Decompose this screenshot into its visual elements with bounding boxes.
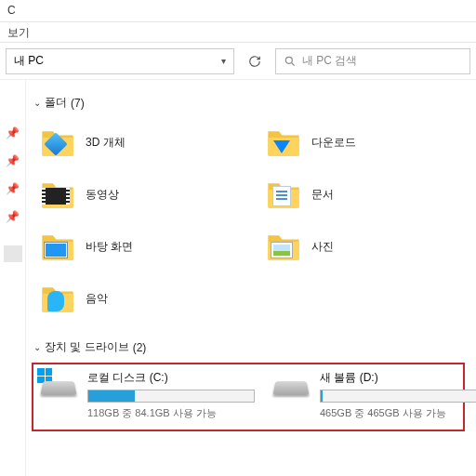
svg-line-1 xyxy=(292,62,295,65)
folder-label: 문서 xyxy=(311,187,334,203)
folder-label: 동영상 xyxy=(86,187,119,203)
address-location: 내 PC xyxy=(14,53,44,69)
chevron-down-icon: ⌄ xyxy=(33,342,41,352)
search-input[interactable]: 내 PC 검색 xyxy=(275,48,470,74)
toolbar: 내 PC ▾ 내 PC 검색 xyxy=(0,43,476,80)
group-label: 장치 및 드라이브 xyxy=(45,339,129,355)
folder-item[interactable]: 음악 xyxy=(32,276,239,321)
pin-icon[interactable]: 📌 xyxy=(6,154,20,167)
drive-item[interactable]: 로컬 디스크 (C:)118GB 중 84.1GB 사용 가능 xyxy=(39,370,255,420)
folder-item[interactable]: 다운로드 xyxy=(258,120,465,165)
chevron-down-icon[interactable]: ▾ xyxy=(221,56,226,66)
drive-name: 로컬 디스크 (C:) xyxy=(87,370,255,386)
usage-bar xyxy=(87,390,255,403)
folder-icon xyxy=(39,280,76,317)
group-header-devices[interactable]: ⌄ 장치 및 드라이브 (2) xyxy=(32,339,465,355)
usage-bar xyxy=(320,390,476,403)
drive-item[interactable]: 새 볼륨 (D:)465GB 중 465GB 사용 가능 xyxy=(271,370,476,420)
folder-label: 음악 xyxy=(86,291,108,307)
svg-point-0 xyxy=(285,57,292,63)
group-count: (2) xyxy=(133,341,147,354)
window-title: C xyxy=(7,4,16,17)
folder-icon xyxy=(265,176,302,213)
folder-icon xyxy=(39,124,76,161)
folder-icon xyxy=(39,228,76,265)
group-label: 폴더 xyxy=(45,95,67,111)
search-icon xyxy=(284,55,297,68)
folder-icon xyxy=(265,124,302,161)
pin-icon[interactable]: 📌 xyxy=(6,182,20,195)
chevron-down-icon: ⌄ xyxy=(33,98,41,108)
pin-icon[interactable]: 📌 xyxy=(6,126,20,139)
folder-icon xyxy=(265,228,302,265)
disk-icon xyxy=(39,370,78,405)
folder-item[interactable]: 바탕 화면 xyxy=(32,224,239,269)
refresh-button[interactable] xyxy=(242,48,268,74)
folder-item[interactable]: 문서 xyxy=(258,172,465,217)
drive-name: 새 볼륨 (D:) xyxy=(320,370,476,386)
folder-label: 3D 개체 xyxy=(86,135,126,151)
folder-label: 다운로드 xyxy=(311,135,356,151)
drive-sub: 465GB 중 465GB 사용 가능 xyxy=(320,406,476,420)
group-header-folders[interactable]: ⌄ 폴더 (7) xyxy=(32,95,465,111)
drive-sub: 118GB 중 84.1GB 사용 가능 xyxy=(87,406,255,420)
menu-view[interactable]: 보기 xyxy=(7,26,30,39)
search-placeholder: 내 PC 검색 xyxy=(302,53,357,69)
folder-item[interactable]: 동영상 xyxy=(32,172,239,217)
address-bar[interactable]: 내 PC ▾ xyxy=(6,48,234,74)
folder-label: 바탕 화면 xyxy=(86,239,133,255)
disk-icon xyxy=(271,370,311,405)
title-bar: C xyxy=(0,0,476,22)
main-pane: ⌄ 폴더 (7) 3D 개체다운로드동영상문서바탕 화면사진음악 ⌄ 장치 및 … xyxy=(26,80,476,476)
nav-selection[interactable] xyxy=(4,245,22,262)
drives-highlight: 로컬 디스크 (C:)118GB 중 84.1GB 사용 가능새 볼륨 (D:)… xyxy=(32,363,465,431)
pin-icon[interactable]: 📌 xyxy=(6,210,20,223)
folder-item[interactable]: 3D 개체 xyxy=(32,120,239,165)
folder-icon xyxy=(39,176,76,213)
quick-access-rail: 📌 📌 📌 📌 xyxy=(0,80,26,476)
folder-label: 사진 xyxy=(311,239,334,255)
menu-bar: 보기 xyxy=(0,22,476,43)
group-count: (7) xyxy=(71,97,85,110)
folder-item[interactable]: 사진 xyxy=(258,224,465,269)
